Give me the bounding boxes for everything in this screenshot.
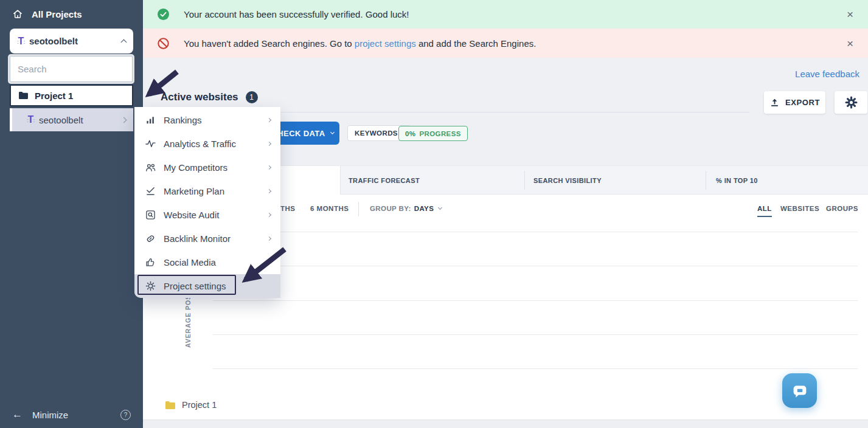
legend-label: Project 1	[182, 400, 217, 410]
menu-item-label: Project settings	[164, 281, 271, 291]
tab-separator	[706, 171, 706, 190]
menu-item-label: Backlink Monitor	[164, 233, 260, 244]
menu-item-label: Rankings	[164, 115, 260, 125]
all-projects-label: All Projects	[32, 9, 82, 19]
folder-icon	[18, 91, 29, 100]
chevron-right-icon	[267, 260, 271, 264]
chevron-right-icon	[267, 165, 271, 170]
upload-icon	[769, 97, 780, 108]
project-selector-value: seotoolbelt	[29, 36, 117, 46]
seotoolbelt-logo-icon: ∶T∶	[27, 114, 34, 125]
tab-search-visibility[interactable]: SEARCH VISIBILITY	[533, 166, 602, 195]
seotoolbelt-logo-icon: ∶T∶	[17, 36, 24, 47]
folder-icon	[165, 401, 176, 410]
project-settings-link[interactable]: project settings	[355, 38, 416, 49]
sidebar: All Projects ∶T∶ seotoolbelt Project 1 ∶…	[0, 0, 143, 428]
chevron-right-icon	[267, 118, 271, 122]
tab-traffic-forecast[interactable]: TRAFFIC FORECAST	[349, 166, 420, 195]
warning-text-post: and add the Search Engines.	[416, 38, 536, 49]
gridline	[213, 232, 858, 232]
leave-feedback-link[interactable]: Leave feedback	[795, 69, 859, 79]
scope-all[interactable]: ALL	[757, 205, 772, 212]
gridline	[213, 300, 858, 301]
page-title: Active websites	[161, 91, 238, 103]
gear-icon	[845, 96, 858, 109]
minimize-arrow-icon[interactable]: ←	[12, 409, 23, 421]
menu-item-backlink-monitor[interactable]: Backlink Monitor	[134, 227, 280, 250]
gridline	[213, 334, 858, 335]
menu-item-label: My Competitors	[164, 162, 260, 173]
menu-item-label: Website Audit	[164, 210, 260, 220]
search-input[interactable]	[10, 57, 132, 81]
chevron-up-icon	[121, 40, 127, 46]
group-by-value: DAYS	[414, 205, 434, 212]
chevron-right-icon	[267, 189, 271, 193]
success-banner-text: Your account has been successfully verif…	[184, 9, 409, 19]
success-banner: Your account has been successfully verif…	[143, 0, 868, 29]
sidebar-footer: ← Minimize ?	[12, 409, 131, 421]
chevron-right-icon	[267, 213, 271, 217]
tab-percent-in-top-10[interactable]: % IN TOP 10	[716, 166, 758, 195]
chart-legend-item[interactable]: Project 1	[165, 400, 217, 410]
gridline	[213, 266, 858, 266]
warning-banner: You haven't added Search engines. Go to …	[143, 29, 868, 58]
blocked-icon	[158, 38, 169, 49]
period-6-months[interactable]: 6 MONTHS	[310, 205, 349, 212]
chevron-right-icon	[267, 236, 271, 241]
settings-button[interactable]	[835, 91, 867, 114]
bar-chart-icon	[145, 115, 156, 126]
menu-item-my-competitors[interactable]: My Competitors	[134, 156, 280, 179]
all-projects-nav[interactable]: All Projects	[12, 9, 82, 19]
app-root: Your account has been successfully verif…	[0, 0, 868, 428]
project-selector-dropdown[interactable]: ∶T∶ seotoolbelt	[10, 29, 133, 54]
gear-icon	[145, 281, 156, 292]
seotoolbelt-label: seotoolbelt	[39, 115, 117, 125]
sidebar-item-project-1[interactable]: Project 1	[10, 85, 133, 106]
home-icon	[12, 9, 23, 19]
gridline	[213, 368, 858, 369]
check-line-icon	[145, 186, 156, 197]
check-circle-icon	[158, 9, 169, 20]
sidebar-item-seotoolbelt[interactable]: ∶T∶ seotoolbelt	[10, 108, 133, 131]
thumbs-up-icon	[145, 257, 156, 268]
footer-strip	[143, 419, 868, 428]
close-icon[interactable]: ×	[847, 9, 853, 20]
people-icon	[145, 162, 156, 173]
warning-banner-text: You haven't added Search engines. Go to …	[184, 38, 536, 49]
menu-item-label: Social Media	[164, 257, 260, 268]
menu-item-social-media[interactable]: Social Media	[134, 250, 280, 274]
page-title-row: Active websites 1	[161, 91, 258, 103]
link-icon	[145, 233, 156, 244]
tab-separator	[524, 171, 525, 190]
chat-widget-button[interactable]	[782, 373, 817, 408]
menu-item-project-settings[interactable]: Project settings	[134, 274, 280, 298]
scope-groups[interactable]: GROUPS	[826, 205, 858, 212]
scope-websites[interactable]: WEBSITES	[780, 205, 819, 212]
help-icon[interactable]: ?	[120, 410, 131, 420]
pulse-icon	[145, 139, 156, 150]
chat-bubble-icon	[790, 381, 810, 401]
active-websites-count-badge: 1	[246, 91, 258, 103]
progress-word: PROGRESS	[419, 130, 460, 137]
progress-badge: 0% PROGRESS	[398, 126, 468, 141]
export-button[interactable]: EXPORT	[764, 91, 825, 114]
menu-item-marketing-plan[interactable]: Marketing Plan	[134, 179, 280, 203]
chevron-right-icon	[267, 142, 271, 146]
menu-item-website-audit[interactable]: Website Audit	[134, 203, 280, 227]
chevron-down-icon	[438, 205, 442, 210]
close-icon[interactable]: ×	[847, 38, 853, 49]
menu-item-analytics-traffic[interactable]: Analytics & Traffic	[134, 132, 280, 156]
chevron-right-icon	[121, 117, 127, 123]
project-1-label: Project 1	[35, 91, 73, 101]
sidebar-search	[10, 56, 133, 82]
menu-item-rankings[interactable]: Rankings	[134, 108, 280, 132]
export-label: EXPORT	[785, 98, 820, 107]
search-square-icon	[145, 210, 156, 221]
chevron-down-icon	[330, 130, 334, 134]
group-by-label: GROUP BY:	[370, 205, 411, 212]
filter-separator	[358, 202, 359, 216]
minimize-label[interactable]: Minimize	[32, 410, 68, 420]
menu-item-label: Analytics & Traffic	[164, 139, 260, 149]
group-by-control[interactable]: GROUP BY:DAYS	[370, 205, 442, 212]
warning-text-pre: You haven't added Search engines. Go to	[184, 38, 355, 49]
